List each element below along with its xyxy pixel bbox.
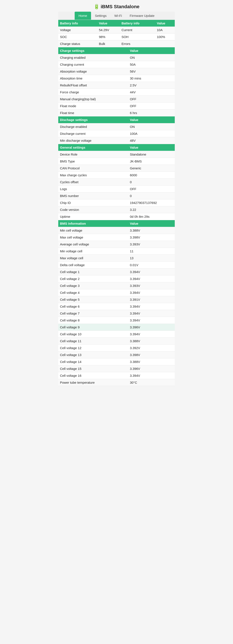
table-row: Chip ID 194279037137692 [58,200,175,206]
table-row: Cell voltage 16 3.394V [58,372,175,379]
row-value: 30 mins [128,75,175,82]
row-label: Cell voltage 5 [58,296,128,303]
row-label: Cell voltage 7 [58,310,128,317]
table-row: Manual charging(top bal) OFF [58,96,175,102]
row-value: 6000 [128,172,175,179]
battery-info-value2: 100% [155,34,175,40]
row-label: Absorption time [58,75,128,82]
battery-info-row: Charge status Bulk Errors [58,40,175,47]
row-value: 3.394V [128,317,175,324]
table-row: Force charge 44V [58,89,175,96]
row-value: OFF [128,102,175,110]
row-label: Manual charging(top bal) [58,96,128,102]
row-value: 0 [128,179,175,186]
row-label: Code version [58,206,128,213]
row-label: Absorption voltage [58,68,128,75]
row-value: 0d 0h 8m 29s [128,213,175,220]
battery-info-col4-header: Value [155,20,175,26]
table-row: Max voltage cell 13 [58,255,175,262]
nav-settings[interactable]: Settings [91,12,110,20]
row-value: 3.393V [128,241,175,248]
row-value: JK-BMS [128,158,175,165]
row-value: 100A [128,130,175,137]
battery-info-value1: 54.29V [97,26,120,34]
row-label: Cell voltage 8 [58,317,128,324]
general-settings-header: General settings [58,144,128,151]
table-row: Cell voltage 15 3.396V [58,365,175,372]
table-row: Cell voltage 2 3.394V [58,276,175,282]
row-label: Delta cell voltage [58,262,128,268]
table-row: Max charge cycles 6000 [58,172,175,179]
row-label: Min discharge voltage [58,137,128,144]
app-title: 🔋iBMS Standalone [58,0,175,12]
bms-information-header: BMS information [58,220,128,227]
table-row: Average cell voltage 3.393V [58,241,175,248]
row-value: 3.396V [128,324,175,331]
battery-info-row: SOC 98% SOH 100% [58,34,175,40]
charge-settings-value-header: Value [128,47,175,54]
row-value: 6 hrs [128,110,175,116]
row-label: Float mode [58,102,128,110]
row-value: 2.5V [128,82,175,89]
row-value: 3.398V [128,352,175,358]
row-value: 194279037137692 [128,200,175,206]
row-label: BMS Type [58,158,128,165]
row-value: 0.01V [128,262,175,268]
battery-info-value2: 10A [155,26,175,34]
nav-wifi[interactable]: Wi-Fi [110,12,126,20]
battery-info-label2: Errors [120,40,155,47]
row-value: 30°C [128,379,175,386]
table-row: Uptime 0d 0h 8m 29s [58,213,175,220]
table-row: Cycles offset 0 [58,179,175,186]
discharge-settings-header: Dischage settings [58,116,128,123]
bms-information-table: BMS information Value Min cell voltage 3… [58,220,175,386]
row-label: Cell voltage 3 [58,282,128,289]
row-label: Max charge cycles [58,172,128,179]
row-label: Cell voltage 9 [58,324,128,331]
table-row: CAN Protocol Generic [58,165,175,172]
main-content: Battery info Value Battery info Value Vo… [58,20,175,386]
table-row: Cell voltage 11 3.388V [58,338,175,344]
table-row: Float time 6 hrs [58,110,175,116]
row-label: Charging current [58,61,128,68]
nav-firmware-update[interactable]: Firmware Update [126,12,158,20]
row-value: 3.388V [128,227,175,234]
row-label: Discharge enabled [58,123,128,130]
row-label: Cell voltage 16 [58,372,128,379]
row-value: Standalone [128,151,175,158]
general-settings-value-header: Value [128,144,175,151]
battery-info-col2-header: Value [97,20,120,26]
row-label: Cell voltage 14 [58,358,128,365]
nav-home[interactable]: Home [75,12,91,20]
table-row: Discharge current 100A [58,130,175,137]
row-value: 3.391V [128,296,175,303]
row-value: 48V [128,137,175,144]
row-value: 3.22 [128,206,175,213]
battery-info-value1: Bulk [97,40,120,47]
table-row: Logs OFF [58,186,175,192]
row-label: Rebulk/Float offset [58,82,128,89]
row-value: 3.388V [128,358,175,365]
row-label: Cell voltage 12 [58,344,128,352]
row-value: ON [128,54,175,61]
row-label: Discharge current [58,130,128,137]
row-label: Max cell voltage [58,234,128,241]
row-value: 50A [128,61,175,68]
row-label: Device Role [58,151,128,158]
battery-info-label2: Current [120,26,155,34]
table-row: Cell voltage 7 3.394V [58,310,175,317]
battery-info-col1-header: Battery info [58,20,97,26]
table-row: Max cell voltage 3.398V [58,234,175,241]
row-label: Min cell voltage [58,227,128,234]
battery-info-col3-header: Battery info [120,20,155,26]
bms-information-value-header: Value [128,220,175,227]
table-row: Cell voltage 8 3.394V [58,317,175,324]
row-label: Logs [58,186,128,192]
row-value: Generic [128,165,175,172]
table-row: Absorption voltage 56V [58,68,175,75]
row-value: 44V [128,89,175,96]
row-label: BMS number [58,192,128,200]
row-label: Min voltage cell [58,248,128,255]
row-label: Max voltage cell [58,255,128,262]
charge-settings-header: Charge settings [58,47,128,54]
